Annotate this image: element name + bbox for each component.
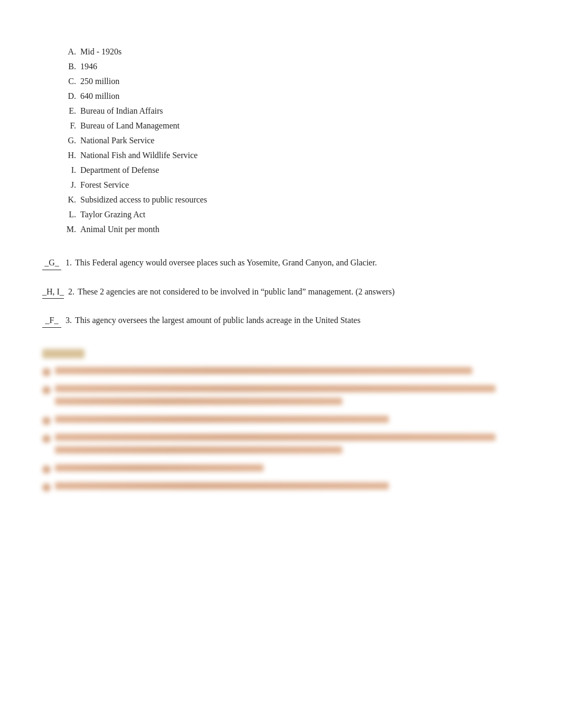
blurred-item <box>42 482 519 495</box>
answer-choice-item: A.Mid - 1920s <box>63 44 519 59</box>
blurred-lines-group <box>55 416 519 428</box>
question-text: This agency oversees the largest amount … <box>75 314 360 327</box>
blurred-lines-group <box>55 367 519 380</box>
choice-text: Mid - 1920s <box>80 44 121 59</box>
answer-choice-item: C.250 million <box>63 74 519 89</box>
answer-blank: _H, I_ <box>42 285 64 299</box>
choice-text: Bureau of Indian Affairs <box>80 104 163 118</box>
blurred-lines-group <box>55 385 519 410</box>
choice-letter: B. <box>63 59 76 74</box>
question-number: 3. <box>66 314 72 327</box>
blurred-lines-group <box>55 434 519 459</box>
answer-choice-item: B.1946 <box>63 59 519 74</box>
blurred-line <box>55 385 495 392</box>
choice-text: Department of Defense <box>80 163 159 178</box>
answer-choice-item: I.Department of Defense <box>63 163 519 178</box>
choice-letter: G. <box>63 133 76 148</box>
blurred-item <box>42 367 519 380</box>
question-item: _G_1.This Federal agency would oversee p… <box>42 256 519 270</box>
question-number: 2. <box>68 285 74 299</box>
answer-choice-item: J.Forest Service <box>63 178 519 192</box>
choice-letter: M. <box>63 222 76 237</box>
choice-letter: H. <box>63 148 76 163</box>
questions-section: _G_1.This Federal agency would oversee p… <box>42 256 519 328</box>
blurred-dot <box>42 386 51 394</box>
choice-letter: K. <box>63 192 76 207</box>
blurred-item <box>42 385 519 410</box>
answer-choice-item: M.Animal Unit per month <box>63 222 519 237</box>
blurred-dot <box>42 483 51 492</box>
blurred-dot <box>42 368 51 376</box>
choice-letter: A. <box>63 44 76 59</box>
question-text: This Federal agency would oversee places… <box>75 256 377 270</box>
answer-blank: _G_ <box>42 256 61 270</box>
blurred-line <box>55 446 342 454</box>
blurred-dot <box>42 465 51 474</box>
choice-letter: L. <box>63 207 76 222</box>
choice-text: 250 million <box>80 74 119 89</box>
choice-letter: D. <box>63 89 76 104</box>
choice-text: Taylor Grazing Act <box>80 207 145 222</box>
choice-letter: C. <box>63 74 76 89</box>
choice-letter: E. <box>63 104 76 118</box>
choice-letter: I. <box>63 163 76 178</box>
blurred-label <box>42 349 85 358</box>
choice-text: National Park Service <box>80 133 154 148</box>
question-item: _H, I_2.These 2 agencies are not conside… <box>42 285 519 299</box>
choice-text: Animal Unit per month <box>80 222 160 237</box>
blurred-line <box>55 434 495 441</box>
blurred-line <box>55 416 389 423</box>
answer-choice-item: K.Subsidized access to public resources <box>63 192 519 207</box>
blurred-line <box>55 398 342 405</box>
choice-letter: F. <box>63 118 76 133</box>
choice-text: Subsidized access to public resources <box>80 192 207 207</box>
answer-choice-item: E.Bureau of Indian Affairs <box>63 104 519 118</box>
answer-choice-item: L.Taylor Grazing Act <box>63 207 519 222</box>
blurred-dot <box>42 435 51 443</box>
question-number: 1. <box>66 256 72 270</box>
blurred-answer-key <box>42 349 519 495</box>
blurred-lines-group <box>55 464 519 477</box>
question-text: These 2 agencies are not considered to b… <box>78 285 395 299</box>
blurred-item <box>42 434 519 459</box>
answer-choice-item: F.Bureau of Land Management <box>63 118 519 133</box>
answer-choice-item: G.National Park Service <box>63 133 519 148</box>
question-item: _F_3.This agency oversees the largest am… <box>42 314 519 328</box>
choice-text: Bureau of Land Management <box>80 118 180 133</box>
choice-text: 1946 <box>80 59 97 74</box>
blurred-lines-group <box>55 482 519 495</box>
answer-choice-item: D.640 million <box>63 89 519 104</box>
choice-text: 640 million <box>80 89 119 104</box>
blurred-line <box>55 482 389 490</box>
answer-blank: _F_ <box>42 314 61 328</box>
answer-choice-item: H.National Fish and Wildlife Service <box>63 148 519 163</box>
answer-choices-list: A.Mid - 1920sB.1946C.250 millionD.640 mi… <box>63 44 519 237</box>
blurred-line <box>55 464 264 472</box>
choice-text: Forest Service <box>80 178 129 192</box>
blurred-item <box>42 416 519 428</box>
blurred-dot <box>42 417 51 425</box>
blurred-item <box>42 464 519 477</box>
choice-letter: J. <box>63 178 76 192</box>
blurred-line <box>55 367 472 374</box>
choice-text: National Fish and Wildlife Service <box>80 148 198 163</box>
